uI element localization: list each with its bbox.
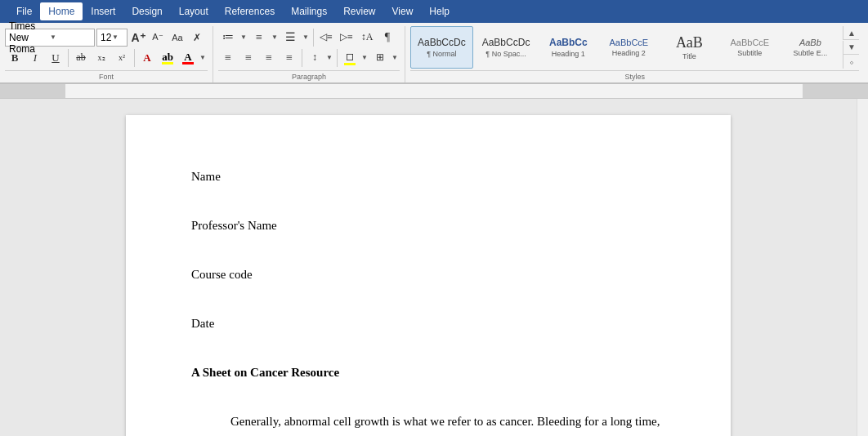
font-group-content: Times New Roma ▼ 12 ▼ A⁺ A⁻ Aa ✗: [5, 26, 208, 70]
bold-btn[interactable]: B: [5, 49, 25, 67]
paragraph-group-label: Paragraph: [218, 70, 400, 82]
blank5: [191, 385, 665, 409]
style-heading2[interactable]: AaBbCcE Heading 2: [599, 26, 658, 69]
increase-indent-btn[interactable]: ▷≡: [337, 29, 356, 47]
ribbon-tab-layout[interactable]: Layout: [171, 2, 217, 20]
styles-group-label: Styles: [410, 70, 859, 82]
font-color-arrow[interactable]: ▼: [198, 49, 208, 67]
line-name: Name: [191, 164, 665, 189]
ribbon-tab-view[interactable]: View: [384, 2, 422, 20]
ribbon-tab-insert[interactable]: Insert: [83, 2, 123, 20]
ribbon-tab-home[interactable]: Home: [40, 2, 83, 20]
paragraph-group: ≔ ▼ ≡ ▼ ☰ ▼ ◁≡ ▷≡ ↕A ¶: [218, 26, 405, 82]
style-no-spacing[interactable]: AaBbCcDc ¶ No Spac...: [475, 26, 538, 69]
decrease-indent-btn[interactable]: ◁≡: [316, 29, 336, 47]
ribbon-tab-mailings[interactable]: Mailings: [283, 2, 335, 20]
style-subtitle-preview: AaBbCcE: [731, 38, 770, 48]
font-family-arrow: ▼: [50, 33, 91, 41]
bullets-arrow[interactable]: ▼: [239, 29, 248, 47]
change-case-btn[interactable]: Aa: [168, 29, 186, 47]
align-left-btn[interactable]: ≡: [218, 49, 238, 67]
line-body: Generally, abnormal cell growth is what …: [191, 409, 665, 436]
blank2: [191, 238, 665, 262]
style-heading2-preview: AaBbCcE: [610, 38, 649, 48]
ribbon-main: Times New Roma ▼ 12 ▼ A⁺ A⁻ Aa ✗: [0, 23, 868, 82]
vertical-scrollbar[interactable]: [857, 99, 868, 436]
style-title-label: Title: [682, 52, 696, 60]
line-date: Date: [191, 311, 665, 336]
shading-btn[interactable]: ◻: [340, 49, 360, 67]
style-subtitle-label: Subtitle: [737, 49, 762, 57]
font-grow-btn[interactable]: A⁺: [129, 29, 147, 47]
numbering-btn[interactable]: ≡: [249, 29, 269, 47]
style-title-preview: AaB: [676, 34, 703, 52]
text-effects-btn[interactable]: A: [137, 49, 157, 67]
align-right-btn[interactable]: ≡: [259, 49, 279, 67]
document-area[interactable]: Name Professor's Name Course code Date A…: [0, 99, 857, 436]
ruler: [0, 84, 868, 99]
sort-btn[interactable]: ↕A: [357, 29, 377, 47]
ribbon-tab-references[interactable]: References: [217, 2, 283, 20]
multilevel-btn[interactable]: ☰: [280, 29, 300, 47]
show-marks-btn[interactable]: ¶: [378, 29, 397, 47]
line-spacing-btn[interactable]: ↕: [305, 49, 324, 67]
borders-btn[interactable]: ⊞: [370, 49, 390, 67]
italic-btn[interactable]: I: [25, 49, 45, 67]
font-controls-col1: Times New Roma ▼ 12 ▼ A⁺ A⁻ Aa ✗: [5, 29, 208, 67]
ribbon: Times New Roma ▼ 12 ▼ A⁺ A⁻ Aa ✗: [0, 23, 868, 84]
ribbon-tab-file[interactable]: File: [8, 2, 40, 20]
style-subtle-preview: AaBb: [799, 38, 821, 48]
line-spacing-arrow[interactable]: ▼: [324, 49, 334, 67]
style-subtitle[interactable]: AaBbCcE Subtitle: [720, 26, 779, 69]
numbering-arrow[interactable]: ▼: [270, 29, 280, 47]
ribbon-tab-review[interactable]: Review: [335, 2, 383, 20]
style-heading1-preview: AaBbCc: [549, 37, 588, 48]
style-heading2-label: Heading 2: [612, 49, 646, 57]
font-size-arrow: ▼: [112, 33, 123, 41]
style-title[interactable]: AaB Title: [660, 26, 718, 69]
strikethrough-btn[interactable]: ab: [71, 49, 91, 67]
styles-more-btn[interactable]: ⬦: [843, 55, 859, 69]
font-shrink-btn[interactable]: A⁻: [149, 29, 167, 47]
font-size-dropdown[interactable]: 12 ▼: [96, 29, 128, 47]
multilevel-arrow[interactable]: ▼: [301, 29, 311, 47]
highlight-btn[interactable]: ab: [158, 49, 177, 67]
ribbon-top: File Home Insert Design Layout Reference…: [0, 0, 868, 23]
font-color-btn[interactable]: A: [178, 49, 198, 67]
doc-wrapper: Name Professor's Name Course code Date A…: [0, 99, 868, 436]
clear-formatting-btn[interactable]: ✗: [188, 29, 206, 47]
line-heading: A Sheet on Cancer Resource: [191, 360, 665, 385]
font-group-label: Font: [5, 70, 208, 82]
ribbon-tab-design[interactable]: Design: [123, 2, 170, 20]
shading-arrow[interactable]: ▼: [360, 49, 369, 67]
sep4: [302, 49, 302, 67]
page: Name Professor's Name Course code Date A…: [126, 115, 731, 436]
underline-btn[interactable]: U: [46, 49, 65, 67]
styles-group: AaBbCcDc ¶ Normal AaBbCcDc ¶ No Spac...: [410, 26, 864, 82]
font-family-dropdown[interactable]: Times New Roma ▼: [5, 29, 95, 47]
styles-scroll-down-btn[interactable]: ▼: [843, 41, 859, 55]
sep1: [68, 49, 69, 67]
font-group: Times New Roma ▼ 12 ▼ A⁺ A⁻ Aa ✗: [5, 26, 213, 82]
subscript-btn[interactable]: x₂: [92, 49, 111, 67]
paragraph-group-content: ≔ ▼ ≡ ▼ ☰ ▼ ◁≡ ▷≡ ↕A ¶: [218, 26, 400, 70]
borders-arrow[interactable]: ▼: [390, 49, 400, 67]
superscript-btn[interactable]: x²: [112, 49, 132, 67]
align-center-btn[interactable]: ≡: [239, 49, 258, 67]
line-course: Course code: [191, 262, 665, 287]
style-normal[interactable]: AaBbCcDc ¶ Normal: [410, 26, 473, 69]
style-nospacing-label: ¶ No Spac...: [485, 50, 526, 58]
justify-btn[interactable]: ≡: [280, 49, 299, 67]
style-subtle-emph[interactable]: AaBb Subtle E...: [781, 26, 839, 69]
style-heading1-label: Heading 1: [552, 50, 585, 58]
line-professor: Professor's Name: [191, 213, 665, 238]
bullets-btn[interactable]: ≔: [218, 29, 238, 47]
styles-scroll-up-btn[interactable]: ▲: [843, 26, 859, 40]
style-heading1[interactable]: AaBbCc Heading 1: [539, 26, 597, 69]
app-container: File Home Insert Design Layout Reference…: [0, 0, 868, 436]
para-col: ≔ ▼ ≡ ▼ ☰ ▼ ◁≡ ▷≡ ↕A ¶: [218, 29, 400, 67]
ribbon-tab-help[interactable]: Help: [421, 2, 458, 20]
sep2: [134, 49, 135, 67]
styles-group-content: AaBbCcDc ¶ Normal AaBbCcDc ¶ No Spac...: [410, 26, 859, 70]
style-subtle-label: Subtle E...: [794, 49, 828, 57]
